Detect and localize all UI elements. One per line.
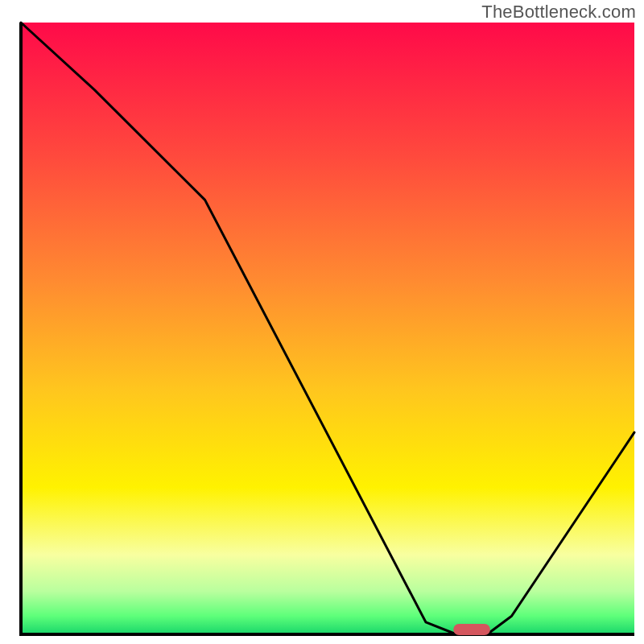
gradient-background — [21, 23, 634, 634]
chart-canvas: TheBottleneck.com — [0, 0, 644, 644]
optimal-marker — [453, 624, 490, 635]
chart-svg — [0, 0, 644, 644]
